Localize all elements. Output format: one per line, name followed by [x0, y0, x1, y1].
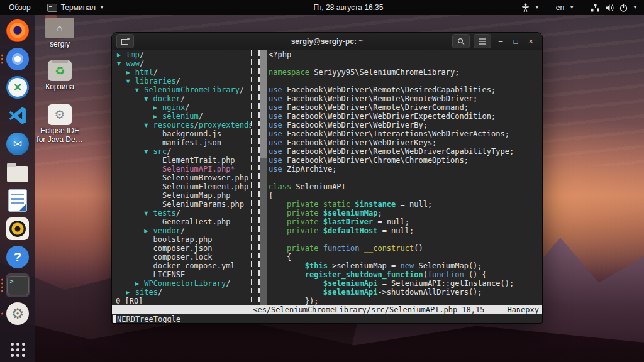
chromium-dock-icon[interactable] — [6, 47, 30, 71]
tree-item[interactable]: SeleniumParams.php — [112, 200, 251, 209]
close-button[interactable]: × — [525, 37, 536, 46]
tree-item[interactable]: ▼www/ — [112, 59, 251, 68]
desktop-icon-label: Корзина — [45, 83, 74, 92]
code-line: $seleniumApi->shutdownAllDrivers(); — [269, 288, 542, 297]
chevron-down-icon[interactable]: ▼ — [144, 95, 153, 104]
code-line: class SeleniumAPI — [269, 182, 542, 191]
show-applications-button[interactable] — [11, 343, 25, 357]
running-indicator — [1, 55, 3, 64]
clock[interactable]: Пт, 28 августа 16:35 — [314, 3, 384, 12]
trash-icon: ♻ — [48, 60, 72, 81]
new-tab-button[interactable] — [116, 34, 134, 48]
scrollbar[interactable] — [260, 50, 267, 305]
desktop-icon-trash[interactable]: ♻ Корзина — [36, 60, 83, 92]
help-dock-icon[interactable]: ? — [6, 245, 30, 269]
tree-item[interactable]: ▶vendor/ — [112, 226, 251, 235]
tree-item[interactable]: ▼SeleniumChromeLibrary/ — [112, 85, 251, 94]
chevron-down-icon[interactable]: ▼ — [117, 60, 126, 69]
tree-item[interactable]: ▶WPConnectorLibrary/ — [112, 279, 251, 288]
chevron-right-icon[interactable]: ▶ — [117, 51, 126, 60]
tree-item[interactable]: ▼tests/ — [112, 209, 251, 217]
chevron-right-icon[interactable]: ▶ — [135, 280, 144, 288]
chevron-right-icon[interactable]: ▶ — [126, 288, 135, 297]
statusline-scroll-indicator: Наверху — [507, 305, 539, 314]
screen: Обзор Терминал ▼ Пт, 28 августа 16:35 ▼ … — [0, 0, 644, 362]
chevron-down-icon[interactable]: ▼ — [144, 209, 153, 218]
chevron-right-icon[interactable]: ▶ — [153, 104, 162, 112]
chevron-down-icon[interactable]: ▼ — [135, 86, 144, 95]
chevron-right-icon[interactable]: ▶ — [144, 227, 153, 236]
eclipse-installer-icon: ⚙ — [48, 104, 72, 125]
window-titlebar[interactable]: sergiy@sergiy-pc: ~ – □ × — [112, 33, 542, 50]
minimize-button[interactable]: – — [495, 37, 506, 46]
rhythmbox-dock-icon[interactable] — [6, 217, 30, 241]
tree-item[interactable]: ▶selenium/ — [112, 112, 251, 121]
terminal-dock-icon[interactable]: >_ — [6, 273, 30, 297]
tree-item[interactable]: background.js — [112, 129, 251, 138]
maximize-button[interactable]: □ — [510, 37, 521, 46]
thunderbird-dock-icon[interactable]: ✉ — [6, 132, 30, 156]
code-line: use ZipArchive; — [269, 165, 542, 173]
files-dock-icon[interactable] — [6, 160, 30, 184]
x-app-dock-icon[interactable]: ✕ — [6, 75, 30, 99]
vscode-dock-icon[interactable] — [6, 104, 30, 128]
tree-item[interactable]: composer.lock — [112, 253, 251, 261]
keyboard-layout-indicator[interactable]: en — [556, 3, 564, 12]
accessibility-icon[interactable] — [521, 3, 530, 12]
code-line: use Facebook\WebDriver\Remote\RemoteWebD… — [269, 94, 542, 103]
command-text: NERDTreeToggle — [117, 315, 180, 324]
code-line: }); — [269, 297, 542, 305]
chevron-right-icon[interactable]: ▶ — [126, 69, 135, 77]
terminal-content: ▶tmp/▼www/▶html/▼libraries/▼SeleniumChro… — [112, 50, 542, 323]
code-line: register_shutdown_function(function () { — [269, 270, 542, 279]
tree-item[interactable]: composer.json — [112, 244, 251, 253]
tree-item[interactable]: ▶sites/ — [112, 288, 251, 297]
tree-item[interactable]: docker-compose.yml — [112, 261, 251, 270]
chevron-down-icon[interactable]: ▼ — [126, 77, 135, 86]
code-line: private function __construct() — [269, 244, 542, 253]
tree-item[interactable]: SeleniumBrowser.php — [112, 173, 251, 182]
system-menu-caret-icon[interactable]: ▼ — [633, 5, 638, 10]
terminal-window: sergiy@sergiy-pc: ~ – □ × ▶tmp/▼www/▶htm… — [112, 33, 542, 323]
chevron-down-icon[interactable]: ▼ — [569, 5, 574, 10]
network-icon[interactable] — [591, 4, 600, 12]
code-line — [269, 59, 542, 68]
volume-icon[interactable] — [605, 4, 614, 12]
activities-button[interactable]: Обзор — [9, 3, 31, 12]
tree-item[interactable]: GeneralTest.php — [112, 217, 251, 226]
chevron-down-icon[interactable]: ▼ — [535, 5, 540, 10]
tree-item[interactable]: ▶html/ — [112, 68, 251, 77]
nerdtree-pane[interactable]: ▶tmp/▼www/▶html/▼libraries/▼SeleniumChro… — [112, 50, 251, 305]
tree-item[interactable]: ▶tmp/ — [112, 50, 251, 59]
app-menu-terminal[interactable]: Терминал ▼ — [47, 3, 104, 12]
tree-item[interactable]: manifest.json — [112, 138, 251, 147]
code-pane[interactable]: <?phpnamespace Seriyyy95\SeleniumChromeL… — [267, 50, 542, 305]
tree-item[interactable]: ▼resources/proxyextends — [112, 121, 251, 129]
hamburger-menu-button[interactable] — [474, 34, 491, 48]
chevron-down-icon[interactable]: ▼ — [144, 148, 153, 156]
tree-item[interactable]: ElementTrait.php — [112, 156, 251, 165]
code-lines: <?phpnamespace Seriyyy95\SeleniumChromeL… — [269, 50, 542, 305]
desktop-icon-sergiy[interactable]: ⌂ sergiy — [36, 18, 83, 49]
libreoffice-writer-dock-icon[interactable] — [6, 189, 30, 212]
tree-item[interactable]: LICENSE — [112, 270, 251, 279]
scrollbar-thumb[interactable] — [260, 50, 267, 158]
tree-item[interactable]: ▼libraries/ — [112, 77, 251, 85]
settings-dock-icon[interactable]: ⚙ — [6, 302, 30, 326]
code-line: private static $instance = null; — [269, 200, 542, 209]
tree-item[interactable]: ▶nginx/ — [112, 103, 251, 112]
tree-item[interactable]: SeleniumAPI.php* — [112, 165, 251, 173]
tree-item[interactable]: SeleniumMap.php — [112, 191, 251, 200]
power-icon[interactable] — [619, 4, 628, 12]
firefox-dock-icon[interactable] — [6, 19, 30, 43]
desktop-icon-label: Eclipse IDE for Java De… — [36, 127, 82, 145]
tree-item[interactable]: SeleniumElement.php — [112, 182, 251, 191]
desktop-icon-eclipse[interactable]: ⚙ Eclipse IDE for Java De… — [36, 104, 83, 145]
search-button[interactable] — [452, 34, 470, 48]
chevron-right-icon[interactable]: ▶ — [153, 112, 162, 121]
chevron-down-icon[interactable]: ▼ — [144, 121, 153, 130]
code-line — [269, 77, 542, 85]
tree-item[interactable]: ▼docker/ — [112, 94, 251, 103]
tree-item[interactable]: bootstrap.php — [112, 235, 251, 244]
tree-item[interactable]: ▼src/ — [112, 147, 251, 156]
